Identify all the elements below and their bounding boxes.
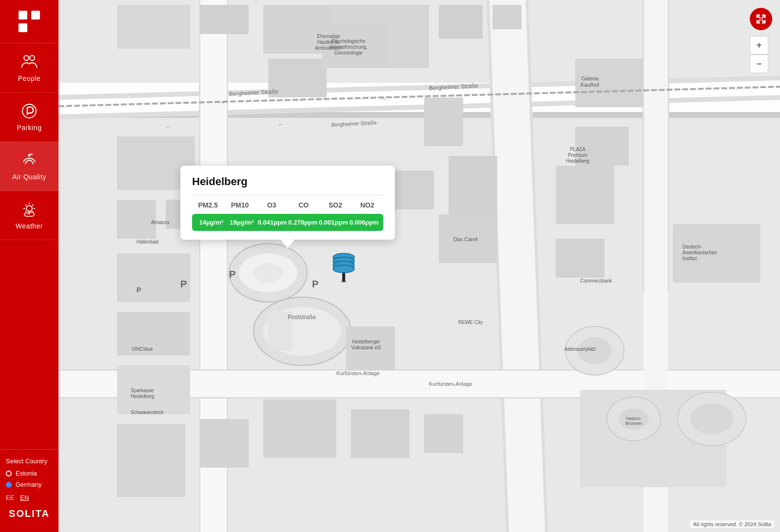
svg-rect-68 [424, 414, 463, 453]
sidebar-item-weather[interactable]: Weather [0, 191, 58, 240]
lang-ee[interactable]: EE [6, 494, 14, 501]
germany-dot [6, 482, 12, 488]
svg-point-3 [24, 56, 29, 60]
svg-text:PLAZA: PLAZA [570, 147, 585, 152]
popup-values-row: 14µg/m³ 19µg/m³ 0.041ppm 0.278ppm 0.001p… [192, 214, 383, 231]
language-row: EE EN [6, 494, 53, 501]
air-quality-label: Air Quality [12, 173, 46, 181]
svg-text:Gerontologie: Gerontologie [334, 50, 363, 56]
svg-text:Neptun-: Neptun- [626, 416, 642, 421]
header-o3: O3 [256, 201, 288, 209]
weather-icon [20, 201, 38, 218]
svg-rect-67 [351, 409, 410, 458]
svg-line-15 [25, 211, 26, 212]
map-background: → → ← ← → Bergheimer Straße Bergheimer S… [58, 0, 780, 532]
svg-text:P: P [229, 269, 235, 280]
svg-rect-1 [31, 11, 40, 19]
svg-text:Volksbank eG: Volksbank eG [351, 345, 381, 350]
popup-divider [192, 195, 383, 195]
sidebar-item-air-quality[interactable]: Air Quality [0, 142, 58, 191]
svg-text:Adenauerplatz: Adenauerplatz [565, 346, 596, 352]
header-co: CO [288, 201, 319, 209]
header-pm25: PM2.5 [192, 201, 224, 209]
popup-city-name: Heidelberg [192, 175, 383, 188]
svg-text:Kurfürsten-Anlage: Kurfürsten-Anlage [429, 381, 472, 387]
svg-text:→: → [297, 96, 304, 104]
svg-point-7 [26, 206, 32, 211]
svg-text:Alnatura: Alnatura [151, 220, 170, 225]
svg-rect-33 [668, 0, 669, 292]
lang-en[interactable]: EN [20, 494, 29, 501]
sensor-icon [331, 248, 357, 283]
solita-logo-icon [17, 9, 42, 34]
germany-label: Germany [16, 481, 41, 488]
map-controls: + − [750, 8, 772, 73]
svg-text:Heidelberg: Heidelberg [566, 158, 589, 164]
svg-line-12 [25, 205, 26, 206]
value-so2: 0.001ppm [318, 219, 349, 226]
svg-text:Institut: Institut [682, 256, 697, 261]
header-no2: NO2 [351, 201, 383, 209]
svg-point-140 [341, 281, 347, 283]
svg-rect-45 [117, 253, 190, 302]
value-o3: 0.041ppm [257, 219, 288, 226]
svg-text:→: → [380, 95, 387, 103]
people-icon [20, 53, 38, 71]
svg-text:Heidelberg: Heidelberg [131, 394, 154, 399]
zoom-in-button[interactable]: + [750, 36, 768, 55]
zoom-out-button[interactable]: − [750, 55, 768, 73]
map-area[interactable]: → → ← ← → Bergheimer Straße Bergheimer S… [58, 0, 780, 532]
select-country-label: Select Country [6, 457, 53, 465]
svg-point-6 [29, 155, 30, 156]
people-label: People [18, 75, 41, 82]
svg-rect-46 [117, 312, 190, 356]
svg-text:Amerikanisches: Amerikanisches [682, 250, 717, 255]
svg-text:P: P [312, 279, 318, 289]
popup-headers: PM2.5 PM10 O3 CO SO2 NO2 [192, 201, 383, 209]
svg-rect-32 [643, 0, 644, 292]
air-quality-popup: Heidelberg PM2.5 PM10 O3 CO SO2 NO2 14µg… [180, 166, 395, 240]
svg-point-75 [690, 403, 734, 435]
svg-rect-65 [200, 419, 249, 468]
svg-text:Commerzbank: Commerzbank [580, 278, 612, 284]
svg-text:Alternsforschung,: Alternsforschung, [330, 44, 368, 50]
svg-text:Brunnen: Brunnen [625, 421, 642, 426]
value-pm10: 19µg/m³ [227, 219, 257, 226]
svg-rect-56 [448, 156, 497, 219]
svg-text:REWE City: REWE City [458, 320, 483, 325]
parking-label: Parking [17, 124, 42, 132]
svg-text:P: P [136, 286, 141, 294]
svg-rect-58 [556, 166, 614, 224]
expand-button[interactable] [750, 8, 772, 30]
estonia-label: Estonia [16, 470, 37, 477]
svg-text:Heidelberger: Heidelberger [352, 339, 380, 344]
svg-rect-54 [390, 171, 434, 209]
svg-rect-59 [556, 239, 604, 278]
svg-text:Poststraße: Poststraße [288, 314, 316, 321]
sidebar-item-parking[interactable]: Parking [0, 93, 58, 142]
svg-rect-39 [439, 5, 483, 39]
svg-text:Kurfürsten-Anlage: Kurfürsten-Anlage [336, 370, 380, 376]
svg-text:Galeria: Galeria [581, 76, 599, 81]
svg-point-4 [30, 56, 35, 60]
country-germany[interactable]: Germany [6, 481, 53, 488]
country-estonia[interactable]: Estonia [6, 470, 53, 477]
svg-rect-139 [342, 273, 345, 282]
svg-rect-43 [117, 200, 156, 239]
svg-text:Das Carré: Das Carré [453, 236, 478, 242]
svg-text:Psychologische: Psychologische [332, 38, 366, 44]
svg-rect-40 [492, 5, 522, 29]
sensor-marker[interactable] [331, 248, 357, 283]
svg-text:Premium: Premium [568, 152, 587, 158]
sidebar-item-people[interactable]: People [0, 43, 58, 93]
sidebar-bottom: Select Country Estonia Germany EE EN SOL… [0, 449, 58, 532]
svg-text:P: P [180, 279, 187, 289]
weather-label: Weather [16, 222, 43, 230]
svg-rect-35 [200, 5, 249, 34]
svg-line-14 [32, 205, 33, 206]
header-pm10: PM10 [224, 201, 255, 209]
logo-area [0, 0, 58, 43]
svg-rect-64 [117, 424, 185, 497]
brand-label: SOLITA [6, 501, 53, 524]
svg-text:Schwanenteich: Schwanenteich [131, 410, 164, 415]
